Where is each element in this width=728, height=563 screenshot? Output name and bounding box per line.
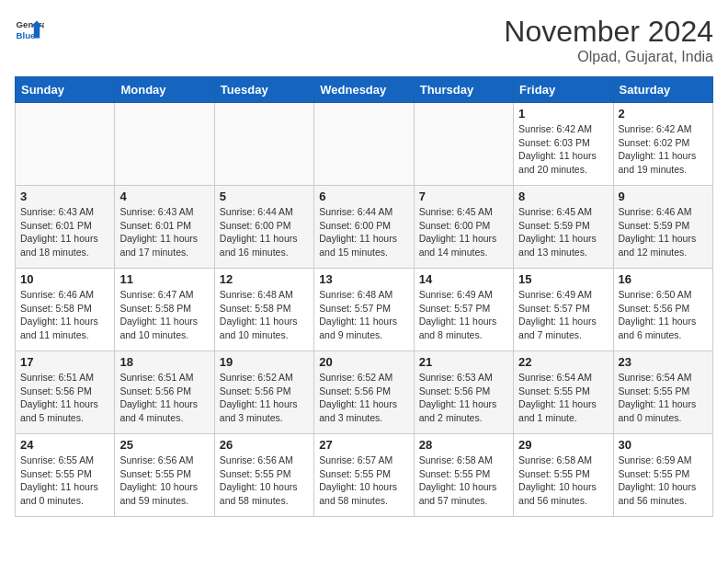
day-info: Sunrise: 6:42 AM Sunset: 6:02 PM Dayligh… <box>619 122 708 177</box>
weekday-header-wednesday: Wednesday <box>314 77 414 103</box>
calendar-cell: 18Sunrise: 6:51 AM Sunset: 5:56 PM Dayli… <box>115 351 214 434</box>
calendar-cell: 27Sunrise: 6:57 AM Sunset: 5:55 PM Dayli… <box>314 434 414 517</box>
day-info: Sunrise: 6:56 AM Sunset: 5:55 PM Dayligh… <box>119 454 209 508</box>
day-info: Sunrise: 6:57 AM Sunset: 5:55 PM Dayligh… <box>319 454 408 508</box>
day-info: Sunrise: 6:50 AM Sunset: 5:56 PM Dayligh… <box>619 288 708 342</box>
weekday-header-sunday: Sunday <box>16 77 115 103</box>
day-number: 1 <box>518 107 608 121</box>
calendar-cell: 20Sunrise: 6:52 AM Sunset: 5:56 PM Dayli… <box>314 351 414 434</box>
day-info: Sunrise: 6:48 AM Sunset: 5:57 PM Dayligh… <box>319 288 408 342</box>
calendar-week-1: 1Sunrise: 6:42 AM Sunset: 6:03 PM Daylig… <box>16 103 713 186</box>
calendar-cell: 6Sunrise: 6:44 AM Sunset: 6:00 PM Daylig… <box>314 186 414 269</box>
calendar-cell: 10Sunrise: 6:46 AM Sunset: 5:58 PM Dayli… <box>16 269 115 351</box>
day-info: Sunrise: 6:44 AM Sunset: 6:00 PM Dayligh… <box>220 205 309 259</box>
calendar-cell: 16Sunrise: 6:50 AM Sunset: 5:56 PM Dayli… <box>613 269 712 351</box>
calendar-cell: 14Sunrise: 6:49 AM Sunset: 5:57 PM Dayli… <box>414 269 513 351</box>
calendar-cell: 1Sunrise: 6:42 AM Sunset: 6:03 PM Daylig… <box>514 103 613 186</box>
logo: General Blue <box>15 15 44 44</box>
calendar-week-5: 24Sunrise: 6:55 AM Sunset: 5:55 PM Dayli… <box>16 434 713 517</box>
day-number: 28 <box>419 438 508 452</box>
day-number: 19 <box>220 355 309 369</box>
calendar-cell: 24Sunrise: 6:55 AM Sunset: 5:55 PM Dayli… <box>16 434 115 517</box>
day-number: 10 <box>20 272 109 286</box>
day-number: 21 <box>419 355 508 369</box>
day-number: 15 <box>518 272 608 286</box>
calendar-cell <box>314 103 414 186</box>
day-number: 16 <box>619 272 708 286</box>
calendar-cell: 11Sunrise: 6:47 AM Sunset: 5:58 PM Dayli… <box>115 269 214 351</box>
day-info: Sunrise: 6:43 AM Sunset: 6:01 PM Dayligh… <box>20 205 109 259</box>
day-info: Sunrise: 6:56 AM Sunset: 5:55 PM Dayligh… <box>220 454 309 508</box>
day-number: 8 <box>518 190 608 203</box>
day-info: Sunrise: 6:51 AM Sunset: 5:56 PM Dayligh… <box>119 371 209 425</box>
calendar-cell: 23Sunrise: 6:54 AM Sunset: 5:55 PM Dayli… <box>613 351 712 434</box>
calendar-week-3: 10Sunrise: 6:46 AM Sunset: 5:58 PM Dayli… <box>16 269 713 351</box>
day-number: 24 <box>20 438 109 452</box>
location-subtitle: Olpad, Gujarat, India <box>504 49 713 65</box>
day-info: Sunrise: 6:49 AM Sunset: 5:57 PM Dayligh… <box>419 288 508 342</box>
day-number: 4 <box>119 190 209 203</box>
day-number: 26 <box>220 438 309 452</box>
day-info: Sunrise: 6:58 AM Sunset: 5:55 PM Dayligh… <box>518 454 608 508</box>
calendar-cell: 26Sunrise: 6:56 AM Sunset: 5:55 PM Dayli… <box>214 434 313 517</box>
day-info: Sunrise: 6:45 AM Sunset: 6:00 PM Dayligh… <box>419 205 508 259</box>
day-info: Sunrise: 6:52 AM Sunset: 5:56 PM Dayligh… <box>319 371 408 425</box>
day-number: 25 <box>119 438 209 452</box>
day-number: 23 <box>619 355 708 369</box>
logo-icon: General Blue <box>15 15 44 44</box>
calendar-cell <box>16 103 115 186</box>
day-number: 12 <box>220 272 309 286</box>
calendar-cell: 30Sunrise: 6:59 AM Sunset: 5:55 PM Dayli… <box>613 434 712 517</box>
calendar-cell: 7Sunrise: 6:45 AM Sunset: 6:00 PM Daylig… <box>414 186 513 269</box>
calendar-cell: 13Sunrise: 6:48 AM Sunset: 5:57 PM Dayli… <box>314 269 414 351</box>
day-info: Sunrise: 6:59 AM Sunset: 5:55 PM Dayligh… <box>619 454 708 508</box>
weekday-header-monday: Monday <box>115 77 214 103</box>
calendar-cell: 15Sunrise: 6:49 AM Sunset: 5:57 PM Dayli… <box>514 269 613 351</box>
calendar-cell: 17Sunrise: 6:51 AM Sunset: 5:56 PM Dayli… <box>16 351 115 434</box>
day-info: Sunrise: 6:43 AM Sunset: 6:01 PM Dayligh… <box>119 205 209 259</box>
day-number: 3 <box>20 190 109 203</box>
month-title: November 2024 <box>504 15 713 49</box>
calendar-week-4: 17Sunrise: 6:51 AM Sunset: 5:56 PM Dayli… <box>16 351 713 434</box>
day-info: Sunrise: 6:45 AM Sunset: 5:59 PM Dayligh… <box>518 205 608 259</box>
day-number: 18 <box>119 355 209 369</box>
day-number: 27 <box>319 438 408 452</box>
day-number: 14 <box>419 272 508 286</box>
day-number: 2 <box>619 107 708 121</box>
calendar-cell <box>214 103 313 186</box>
day-info: Sunrise: 6:54 AM Sunset: 5:55 PM Dayligh… <box>518 371 608 425</box>
day-info: Sunrise: 6:54 AM Sunset: 5:55 PM Dayligh… <box>619 371 708 425</box>
calendar-cell: 12Sunrise: 6:48 AM Sunset: 5:58 PM Dayli… <box>214 269 313 351</box>
calendar-cell: 22Sunrise: 6:54 AM Sunset: 5:55 PM Dayli… <box>514 351 613 434</box>
day-info: Sunrise: 6:51 AM Sunset: 5:56 PM Dayligh… <box>20 371 109 425</box>
calendar-cell: 21Sunrise: 6:53 AM Sunset: 5:56 PM Dayli… <box>414 351 513 434</box>
calendar-cell: 4Sunrise: 6:43 AM Sunset: 6:01 PM Daylig… <box>115 186 214 269</box>
day-info: Sunrise: 6:42 AM Sunset: 6:03 PM Dayligh… <box>518 122 608 177</box>
calendar-cell: 8Sunrise: 6:45 AM Sunset: 5:59 PM Daylig… <box>514 186 613 269</box>
day-info: Sunrise: 6:46 AM Sunset: 5:58 PM Dayligh… <box>20 288 109 342</box>
day-number: 22 <box>518 355 608 369</box>
day-info: Sunrise: 6:44 AM Sunset: 6:00 PM Dayligh… <box>319 205 408 259</box>
day-number: 11 <box>119 272 209 286</box>
day-number: 29 <box>518 438 608 452</box>
day-info: Sunrise: 6:53 AM Sunset: 5:56 PM Dayligh… <box>419 371 508 425</box>
day-info: Sunrise: 6:52 AM Sunset: 5:56 PM Dayligh… <box>220 371 309 425</box>
day-info: Sunrise: 6:48 AM Sunset: 5:58 PM Dayligh… <box>220 288 309 342</box>
day-number: 17 <box>20 355 109 369</box>
calendar-cell: 9Sunrise: 6:46 AM Sunset: 5:59 PM Daylig… <box>613 186 712 269</box>
weekday-header-tuesday: Tuesday <box>214 77 313 103</box>
day-number: 5 <box>220 190 309 203</box>
day-info: Sunrise: 6:46 AM Sunset: 5:59 PM Dayligh… <box>619 205 708 259</box>
calendar-cell: 2Sunrise: 6:42 AM Sunset: 6:02 PM Daylig… <box>613 103 712 186</box>
calendar-table: SundayMondayTuesdayWednesdayThursdayFrid… <box>15 76 713 517</box>
day-info: Sunrise: 6:55 AM Sunset: 5:55 PM Dayligh… <box>20 454 109 508</box>
calendar-cell: 5Sunrise: 6:44 AM Sunset: 6:00 PM Daylig… <box>214 186 313 269</box>
calendar-cell: 25Sunrise: 6:56 AM Sunset: 5:55 PM Dayli… <box>115 434 214 517</box>
title-block: November 2024 Olpad, Gujarat, India <box>504 15 713 65</box>
svg-text:Blue: Blue <box>17 30 36 40</box>
calendar-header-row: SundayMondayTuesdayWednesdayThursdayFrid… <box>16 77 713 103</box>
day-number: 7 <box>419 190 508 203</box>
day-number: 9 <box>619 190 708 203</box>
day-number: 20 <box>319 355 408 369</box>
day-info: Sunrise: 6:47 AM Sunset: 5:58 PM Dayligh… <box>119 288 209 342</box>
